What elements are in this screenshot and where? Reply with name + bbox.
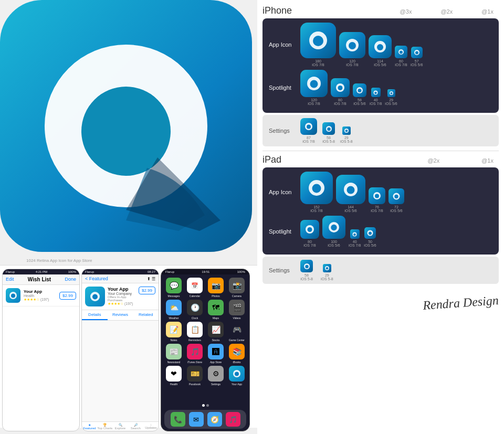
app-sub: Offers In-App Purchases <box>108 295 136 302</box>
home-app-calendar[interactable]: 📅Calendar <box>185 278 204 298</box>
bottom-tab-featured[interactable]: ★Featured <box>82 423 97 430</box>
nav-edit[interactable]: Edit <box>6 277 14 282</box>
svg-point-5 <box>92 294 98 300</box>
svg-point-21 <box>338 86 343 90</box>
home-app-camera[interactable]: 📸Camera <box>227 278 246 298</box>
ipad-icon-img-spot-80 <box>300 220 319 239</box>
home-app-settings[interactable]: ⚙Settings <box>206 366 225 386</box>
appstore-app-info: Your App Your Company Offers In-App Purc… <box>108 287 136 306</box>
home-app-yourapp[interactable]: Your App <box>227 366 246 386</box>
home-app-photos[interactable]: 📷Photos <box>206 278 225 298</box>
dot-inactive <box>206 404 209 407</box>
item-sub: Health <box>24 294 56 298</box>
homescreen-phone: Flarup 19:51 100% 💬Messages 📅Calendar 📷P… <box>161 269 250 431</box>
ipad-scale-1x: @1x <box>481 157 494 164</box>
app-company: Your Company <box>108 292 136 295</box>
nav-done[interactable]: Done <box>65 277 76 282</box>
ipad-section-header: iPad @2x @1x <box>262 154 499 165</box>
icon-180: 180iOS 7/8 <box>300 23 336 67</box>
icon-img-spot-80 <box>331 78 350 97</box>
dock-safari[interactable]: 🧭 <box>207 412 222 427</box>
dock-phone[interactable]: 📞 <box>171 412 185 427</box>
tab-related[interactable]: Related <box>133 310 159 320</box>
iphone-app-icon-row: App Icon 180iOS 7/8 120iOS 7/8 <box>269 23 492 67</box>
svg-point-31 <box>327 127 330 130</box>
share-icon: ⬆ ☰ <box>147 277 155 281</box>
divider <box>262 151 499 151</box>
ipad-app-icon-row: App Icon 152iOS 7/8 144iOS 5/6 <box>269 172 492 213</box>
home-dock: 📞 ✉ 🧭 🎵 <box>164 410 246 429</box>
icon-set-58: 58iOS 5-8 <box>322 122 335 143</box>
ipad-scale-2x: @2x <box>427 157 439 164</box>
ipad-app-icon-label: App Icon <box>269 189 300 195</box>
ipad-icon-img-set-29 <box>323 264 331 272</box>
homescreen-phone-container: Flarup 19:51 100% 💬Messages 📅Calendar 📷P… <box>161 269 250 434</box>
bottom-tab-updates[interactable]: ↓Updates <box>143 423 159 430</box>
bottom-tab-charts[interactable]: 🏆Top Charts <box>97 423 112 430</box>
battery: 100% <box>68 270 76 273</box>
home-app-appstore[interactable]: 🅰App Store <box>206 344 225 364</box>
back-btn[interactable]: < Featured <box>85 276 108 281</box>
icon-img-set-58 <box>322 122 335 135</box>
item-app-icon <box>6 288 20 303</box>
icon-size-spot-120: 120iOS 7/8 <box>308 98 320 105</box>
icon-size-set-29: 29iOS 5-8 <box>340 136 353 143</box>
home-app-messages[interactable]: 💬Messages <box>164 278 183 298</box>
ipad-icon-set-29: 29iOS 5-8 <box>321 264 333 281</box>
dock-music[interactable]: 🎵 <box>226 412 240 427</box>
home-app-videos[interactable]: 🎬Videos <box>227 300 246 320</box>
appstore-phone-container: Flarup 08:27 < Featured ⬆ ☰ Your App You… <box>81 269 159 434</box>
icon-spot-58: 58iOS 5/6 <box>353 83 366 105</box>
home-app-maps[interactable]: 🗺Maps <box>206 300 225 320</box>
icon-img-spot-58 <box>353 83 366 97</box>
icon-size-set-87: 87iOS 7/8 <box>302 136 314 143</box>
tab-details[interactable]: Details <box>82 310 108 320</box>
wishlist-phone: Flarup 4:21 PM 100% Edit Wish List Done … <box>2 269 80 431</box>
icon-114: 114iOS 5/6 <box>369 35 392 67</box>
ipad-spotlight-label: Spotlight <box>269 228 300 235</box>
home-app-ibooks[interactable]: 📚iBooks <box>227 344 246 364</box>
svg-point-47 <box>353 233 356 236</box>
appstore-phone: Flarup 08:27 < Featured ⬆ ☰ Your App You… <box>81 269 159 431</box>
icon-img-57 <box>411 47 423 58</box>
ipad-icon-spot-80: 80iOS 7/8 <box>300 220 319 247</box>
scale-2x: @2x <box>440 8 453 15</box>
ipad-icon-img-set-58 <box>300 260 313 272</box>
dock-mail[interactable]: ✉ <box>189 412 204 427</box>
ipad-icon-size-set-29: 29iOS 5-8 <box>321 273 333 281</box>
home-app-reminders[interactable]: 📋Reminders <box>185 322 204 342</box>
ipad-icon-76: 76iOS 7/8 <box>369 187 385 213</box>
home-app-clock[interactable]: 🕐Clock <box>185 300 204 320</box>
wishlist-status: Flarup 4:21 PM 100% <box>3 269 79 274</box>
svg-point-49 <box>369 232 372 235</box>
app-content-area <box>82 321 159 421</box>
home-status: Flarup 19:51 100% <box>161 269 249 274</box>
bottom-tab-search[interactable]: 🔎Search <box>128 423 143 430</box>
icon-spot-40: 40iOS 7/8 <box>370 88 382 105</box>
icon-size-spot-80: 80iOS 7/8 <box>334 98 346 105</box>
svg-point-41 <box>394 195 398 198</box>
app-name: Your App <box>108 287 136 292</box>
svg-point-33 <box>345 130 348 132</box>
home-app-stocks[interactable]: 📈Stocks <box>206 322 225 342</box>
carrier: Flarup <box>6 270 15 273</box>
home-app-passbook[interactable]: 🎫Passbook <box>185 366 204 386</box>
home-app-itunes[interactable]: 🎵iTunes Store <box>185 344 204 364</box>
home-app-weather[interactable]: ⛅Weather <box>164 300 183 320</box>
home-app-gamecenter[interactable]: 🎮Game Center <box>227 322 246 342</box>
home-app-health[interactable]: ❤Health <box>164 366 183 386</box>
tab-reviews[interactable]: Reviews <box>108 310 133 320</box>
scale-1x: @1x <box>481 8 494 15</box>
svg-point-35 <box>312 184 321 193</box>
icon-120: 120iOS 7/8 <box>339 32 365 67</box>
app-price-btn[interactable]: $2.99 <box>139 287 155 294</box>
item-price[interactable]: $2.99 <box>59 292 76 300</box>
right-panel: iPhone @3x @2x @1x App Icon 180iOS 7/8 <box>257 0 504 434</box>
retina-label: 1024 Retina App Icon for App Store <box>26 258 92 263</box>
wishlist-nav: Edit Wish List Done <box>3 274 79 285</box>
home-app-notes[interactable]: 📝Notes <box>164 322 183 342</box>
icon-spot-80: 80iOS 7/8 <box>331 78 350 105</box>
bottom-tab-explore[interactable]: 🔍Explore <box>112 423 128 430</box>
home-app-newsstand[interactable]: 📰Newsstand <box>164 344 183 364</box>
icon-img-114 <box>369 35 392 58</box>
